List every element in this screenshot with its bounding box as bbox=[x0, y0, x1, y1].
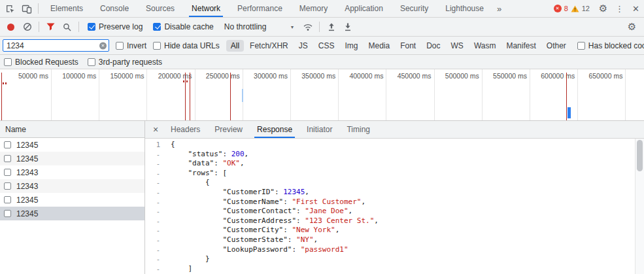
resource-type-wasm[interactable]: Wasm bbox=[469, 40, 501, 52]
detail-tab-initiator[interactable]: Initiator bbox=[299, 121, 339, 138]
resource-type-all[interactable]: All bbox=[226, 40, 244, 52]
more-options-button[interactable]: ⋮ bbox=[611, 1, 628, 16]
response-code-line: 1{ bbox=[145, 140, 635, 150]
line-number: - bbox=[145, 235, 163, 245]
record-icon bbox=[7, 24, 14, 31]
export-har-button[interactable] bbox=[339, 20, 356, 34]
checkbox-icon bbox=[88, 58, 95, 66]
request-checkbox[interactable] bbox=[4, 210, 11, 217]
response-content: 1{- "status": 200,- "data": "OK",- "rows… bbox=[145, 139, 644, 274]
resource-type-media[interactable]: Media bbox=[364, 40, 394, 52]
inspect-element-button[interactable] bbox=[2, 1, 18, 16]
request-checkbox[interactable] bbox=[4, 182, 11, 190]
request-row[interactable]: 12343 bbox=[0, 179, 144, 193]
network-options-bar: Blocked Requests 3rd-party requests bbox=[0, 55, 644, 69]
tab-application[interactable]: Application bbox=[336, 0, 392, 17]
clear-network-log-button[interactable] bbox=[19, 20, 35, 34]
separator bbox=[78, 22, 79, 32]
blocked-requests-checkbox[interactable]: Blocked Requests bbox=[4, 58, 78, 67]
request-row[interactable]: 12345 bbox=[0, 138, 144, 152]
network-conditions-button[interactable] bbox=[299, 20, 316, 34]
line-number: - bbox=[145, 226, 163, 235]
preserve-log-checkbox[interactable]: Preserve log bbox=[88, 22, 143, 31]
timeline-tick-label: 350000 ms bbox=[290, 72, 335, 80]
timeline-event-marker bbox=[566, 73, 567, 120]
hide-data-urls-label: Hide data URLs bbox=[164, 41, 220, 50]
request-row[interactable]: 12345 bbox=[0, 207, 144, 220]
has-blocked-cookies-checkbox[interactable]: Has blocked cookies bbox=[577, 41, 644, 50]
close-detail-button[interactable]: × bbox=[148, 121, 163, 138]
request-name: 12343 bbox=[16, 168, 38, 177]
record-network-log-button[interactable] bbox=[3, 20, 19, 34]
resource-type-font[interactable]: Font bbox=[396, 40, 420, 52]
resource-type-fetch-xhr[interactable]: Fetch/XHR bbox=[245, 40, 293, 52]
disable-cache-checkbox[interactable]: Disable cache bbox=[153, 22, 213, 31]
detail-tab-preview[interactable]: Preview bbox=[207, 121, 250, 138]
hide-data-urls-checkbox[interactable]: Hide data URLs bbox=[153, 41, 220, 50]
resource-type-ws[interactable]: WS bbox=[447, 40, 468, 52]
network-settings-button[interactable]: ⚙ bbox=[624, 20, 640, 34]
clear-icon bbox=[23, 22, 32, 31]
device-toolbar-button[interactable] bbox=[18, 1, 35, 16]
resource-type-manifest[interactable]: Manifest bbox=[501, 40, 540, 52]
tab-console[interactable]: Console bbox=[92, 0, 137, 17]
request-row[interactable]: 12345 bbox=[0, 152, 144, 165]
request-row[interactable]: 12343 bbox=[0, 165, 144, 179]
search-button[interactable] bbox=[59, 20, 75, 34]
filter-toggle-button[interactable] bbox=[42, 20, 59, 34]
tab-sources[interactable]: Sources bbox=[137, 0, 183, 17]
detail-tab-headers[interactable]: Headers bbox=[163, 121, 207, 138]
response-code-line: - "rows": [ bbox=[145, 169, 635, 179]
line-number: 1 bbox=[145, 140, 163, 150]
line-number: - bbox=[145, 150, 163, 160]
scrollbar-thumb[interactable] bbox=[637, 140, 643, 171]
line-number: - bbox=[145, 207, 163, 216]
has-blocked-cookies-label: Has blocked cookies bbox=[588, 41, 644, 50]
request-list-header[interactable]: Name bbox=[0, 121, 144, 138]
request-checkbox[interactable] bbox=[4, 141, 11, 148]
tab-elements[interactable]: Elements bbox=[42, 0, 92, 17]
tab-memory[interactable]: Memory bbox=[291, 0, 336, 17]
upload-icon bbox=[328, 23, 335, 31]
throttling-select[interactable]: No throttling ▼ bbox=[224, 22, 295, 31]
resource-type-img[interactable]: Img bbox=[340, 40, 362, 52]
more-panels-button[interactable]: » bbox=[492, 4, 506, 14]
response-code-line: - } bbox=[145, 254, 635, 264]
network-overview-timeline[interactable]: 50000 ms100000 ms150000 ms200000 ms25000… bbox=[0, 69, 644, 121]
timeline-tick-label: 100000 ms bbox=[50, 72, 96, 80]
request-rows: 123451234512343123431234512345 bbox=[0, 138, 144, 220]
import-har-button[interactable] bbox=[323, 20, 339, 34]
line-number: - bbox=[145, 178, 163, 188]
request-checkbox[interactable] bbox=[4, 196, 11, 203]
detail-tab-response[interactable]: Response bbox=[250, 121, 299, 138]
request-checkbox[interactable] bbox=[4, 155, 11, 162]
tab-network[interactable]: Network bbox=[183, 0, 229, 17]
filter-input[interactable] bbox=[3, 39, 109, 52]
devtools-window: ElementsConsoleSourcesNetworkPerformance… bbox=[0, 0, 644, 274]
request-checkbox[interactable] bbox=[4, 169, 11, 176]
resource-type-js[interactable]: JS bbox=[294, 40, 313, 52]
invert-checkbox[interactable]: Invert bbox=[116, 41, 146, 50]
third-party-requests-checkbox[interactable]: 3rd-party requests bbox=[88, 58, 162, 67]
code-text: "LookupPassword": "password1" bbox=[163, 245, 348, 255]
response-scrollbar[interactable] bbox=[635, 139, 644, 274]
checkbox-icon bbox=[577, 42, 585, 50]
response-code-line: - ] bbox=[145, 264, 635, 274]
resource-type-other[interactable]: Other bbox=[542, 40, 571, 52]
resource-type-css[interactable]: CSS bbox=[314, 40, 339, 52]
separator bbox=[38, 3, 39, 14]
close-devtools-button[interactable]: ✕ bbox=[628, 1, 644, 16]
line-number: - bbox=[145, 245, 163, 255]
console-issues-badge[interactable]: ✕ 8 12 bbox=[554, 5, 590, 12]
devtools-tab-bar: ElementsConsoleSourcesNetworkPerformance… bbox=[0, 0, 644, 18]
resource-type-doc[interactable]: Doc bbox=[422, 40, 445, 52]
tab-lighthouse[interactable]: Lighthouse bbox=[437, 0, 492, 17]
response-code-line: - "data": "OK", bbox=[145, 159, 635, 169]
settings-button[interactable]: ⚙ bbox=[595, 1, 611, 16]
tab-performance[interactable]: Performance bbox=[229, 0, 291, 17]
request-row[interactable]: 12345 bbox=[0, 193, 144, 207]
detail-tab-timing[interactable]: Timing bbox=[339, 121, 377, 138]
tab-security[interactable]: Security bbox=[392, 0, 437, 17]
clear-filter-icon[interactable]: ✕ bbox=[99, 42, 107, 49]
timeline-tick-label: 600000 ms bbox=[529, 72, 575, 80]
